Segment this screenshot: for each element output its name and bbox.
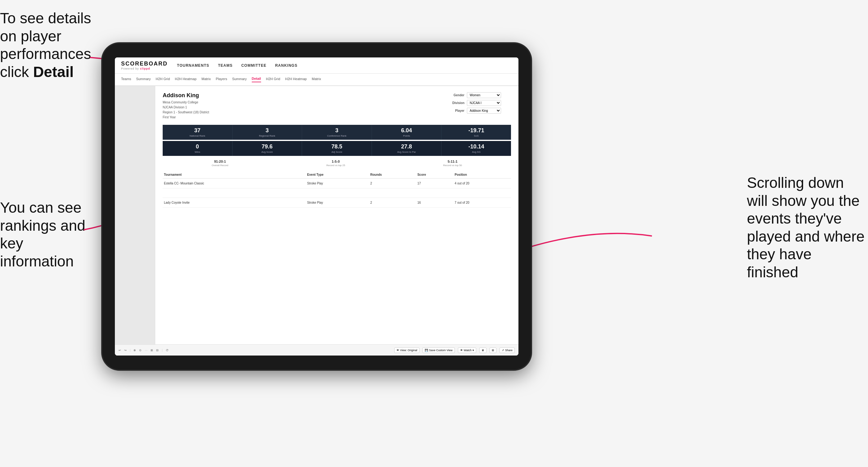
filter-division-select[interactable]: NJCAA I bbox=[467, 100, 501, 106]
tab-teams[interactable]: Teams bbox=[121, 77, 131, 82]
watch-chevron-icon: ▾ bbox=[472, 349, 474, 352]
th-rounds: Rounds bbox=[369, 171, 416, 179]
save-custom-button[interactable]: 💾 Save Custom View bbox=[423, 347, 455, 353]
stat-avg-score: 79.6 Avg Score bbox=[232, 141, 302, 156]
toolbar-undo-icon[interactable]: ↩ bbox=[119, 349, 121, 352]
player-division: NJCAA Division 1 bbox=[163, 105, 209, 110]
toolbar-icon-1[interactable]: ⊕ bbox=[133, 349, 136, 352]
filter-gender-label: Gender bbox=[449, 93, 464, 97]
td-tournament-2 bbox=[163, 188, 306, 198]
nav-rankings[interactable]: RANKINGS bbox=[275, 63, 298, 68]
td-position-2 bbox=[454, 188, 511, 198]
player-college: Mesa Community College bbox=[163, 100, 209, 105]
tablet-screen: SCOREBOARD Powered by clippd TOURNAMENTS… bbox=[115, 57, 519, 355]
td-score-3: 16 bbox=[416, 198, 453, 208]
share-icon: ↗ bbox=[502, 349, 504, 352]
annotation-bottom-left: You can see rankings and key information bbox=[0, 199, 99, 270]
table-row bbox=[163, 188, 511, 198]
bottom-toolbar: ↩ ↪ | ⊕ ⊙ — ⊞ ⊟ | ⏱ 👁 View: Original 💾 S… bbox=[115, 344, 519, 355]
tab-h2h-grid2[interactable]: H2H Grid bbox=[266, 77, 280, 82]
logo-scoreboard: SCOREBOARD bbox=[121, 61, 168, 67]
stats-row1: 37 National Rank 3 Regional Rank 3 Confe… bbox=[163, 125, 511, 140]
toolbar-redo-icon[interactable]: ↪ bbox=[124, 349, 127, 352]
filter-player: Player Addison King bbox=[449, 108, 511, 114]
td-tournament-1: Estella CC- Mountain Classic bbox=[163, 179, 306, 188]
td-event-type-2 bbox=[306, 188, 369, 198]
annotation-detail-bold: Detail bbox=[33, 64, 74, 80]
stat-avg-sg: -10.14 Avg SG bbox=[441, 141, 511, 156]
tab-h2h-heatmap2[interactable]: H2H Heatmap bbox=[285, 77, 307, 82]
tournament-table: Tournament Event Type Rounds Score Posit… bbox=[163, 171, 511, 208]
tab-matrix[interactable]: Matrix bbox=[202, 77, 211, 82]
td-rounds-1: 2 bbox=[369, 179, 416, 188]
annotation-right: Scrolling down will show you the events … bbox=[747, 174, 865, 281]
nav-teams[interactable]: TEAMS bbox=[218, 63, 232, 68]
th-event-type: Event Type bbox=[306, 171, 369, 179]
top-nav: SCOREBOARD Powered by clippd TOURNAMENTS… bbox=[115, 57, 519, 73]
save-icon: 💾 bbox=[425, 349, 428, 352]
filter-division-label: Division bbox=[449, 101, 464, 105]
watch-label: Watch bbox=[464, 349, 471, 352]
td-event-type-1: Stroke Play bbox=[306, 179, 369, 188]
monitor-icon-button[interactable]: 🖥 bbox=[479, 347, 487, 353]
filter-gender: Gender Women bbox=[449, 92, 511, 98]
td-position-1: 4 out of 20 bbox=[454, 179, 511, 188]
tab-h2h-grid[interactable]: H2H Grid bbox=[156, 77, 170, 82]
th-tournament: Tournament bbox=[163, 171, 306, 179]
watch-button[interactable]: 👁 Watch ▾ bbox=[458, 347, 476, 353]
filter-gender-select[interactable]: Women bbox=[467, 92, 501, 98]
stat-regional-rank: 3 Regional Rank bbox=[232, 125, 302, 140]
player-filters: Gender Women Division NJCAA I bbox=[449, 92, 511, 120]
td-score-2 bbox=[416, 188, 453, 198]
logo-powered: Powered by clippd bbox=[121, 67, 168, 70]
toolbar-icon-4[interactable]: ⊟ bbox=[156, 349, 159, 352]
tab-detail[interactable]: Detail bbox=[252, 77, 261, 82]
player-header: Addison King Mesa Community College NJCA… bbox=[163, 92, 511, 120]
tab-matrix2[interactable]: Matrix bbox=[312, 77, 321, 82]
records-row: 91-20-1 Overall Record 1-5-0 Record vs t… bbox=[163, 160, 511, 167]
content-area: Addison King Mesa Community College NJCA… bbox=[115, 86, 519, 344]
filter-division: Division NJCAA I bbox=[449, 100, 511, 106]
stat-adj-score: 78.5 Adj Score bbox=[302, 141, 372, 156]
record-overall: 91-20-1 Overall Record bbox=[212, 160, 228, 167]
stats-row2: 0 Wins 79.6 Avg Score 78.5 Adj Score 27.… bbox=[163, 141, 511, 156]
main-content: Addison King Mesa Community College NJCA… bbox=[155, 86, 519, 344]
save-custom-label: Save Custom View bbox=[429, 349, 453, 352]
nav-tournaments[interactable]: TOURNAMENTS bbox=[177, 63, 209, 68]
player-year: First Year bbox=[163, 115, 209, 120]
grid-icon-button[interactable]: ⊞ bbox=[490, 347, 496, 353]
record-top25: 1-5-0 Record vs top 25 bbox=[326, 160, 345, 167]
th-score: Score bbox=[416, 171, 453, 179]
tab-players[interactable]: Players bbox=[216, 77, 227, 82]
td-rounds-2 bbox=[369, 188, 416, 198]
stat-national-rank: 37 National Rank bbox=[163, 125, 232, 140]
td-position-3: 7 out of 20 bbox=[454, 198, 511, 208]
player-region: Region 1 - Southwest (18) District bbox=[163, 110, 209, 115]
share-button[interactable]: ↗ Share bbox=[499, 347, 515, 353]
table-header-row: Tournament Event Type Rounds Score Posit… bbox=[163, 171, 511, 179]
main-nav: TOURNAMENTS TEAMS COMMITTEE RANKINGS bbox=[177, 63, 298, 68]
annotation-left: To see details on player performances cl… bbox=[0, 9, 105, 81]
toolbar-icon-5[interactable]: ⏱ bbox=[166, 349, 168, 352]
toolbar-icon-2[interactable]: ⊙ bbox=[139, 349, 142, 352]
view-original-button[interactable]: 👁 View: Original bbox=[394, 347, 420, 353]
td-rounds-3: 2 bbox=[369, 198, 416, 208]
tab-summary2[interactable]: Summary bbox=[232, 77, 247, 82]
stat-avg-score-par: 27.8 Avg Score to Par bbox=[372, 141, 442, 156]
nav-committee[interactable]: COMMITTEE bbox=[241, 63, 266, 68]
table-row: Estella CC- Mountain Classic Stroke Play… bbox=[163, 179, 511, 188]
toolbar-icon-3[interactable]: ⊞ bbox=[151, 349, 153, 352]
filter-player-select[interactable]: Addison King bbox=[467, 108, 501, 114]
td-event-type-3: Stroke Play bbox=[306, 198, 369, 208]
player-name: Addison King bbox=[163, 92, 209, 99]
tab-summary[interactable]: Summary bbox=[136, 77, 151, 82]
td-score-1: 17 bbox=[416, 179, 453, 188]
view-original-icon: 👁 bbox=[397, 349, 399, 352]
tab-h2h-heatmap[interactable]: H2H Heatmap bbox=[175, 77, 196, 82]
stat-sos: -19.71 SoS bbox=[441, 125, 511, 140]
watch-icon: 👁 bbox=[460, 349, 463, 352]
player-info: Addison King Mesa Community College NJCA… bbox=[163, 92, 209, 120]
stat-conference-rank: 3 Conference Rank bbox=[302, 125, 372, 140]
view-original-label: View: Original bbox=[400, 349, 417, 352]
th-position: Position bbox=[454, 171, 511, 179]
